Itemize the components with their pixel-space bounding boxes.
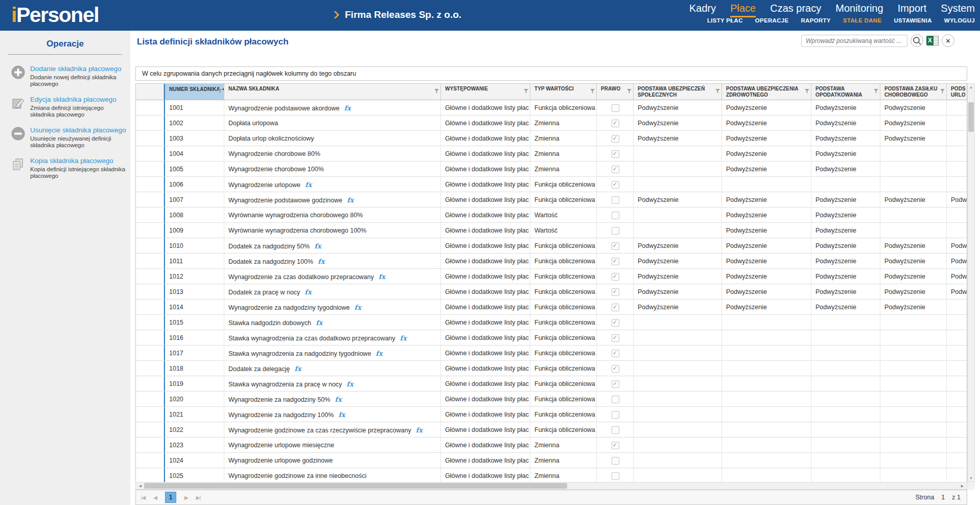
row-selector-cell[interactable] <box>136 192 164 207</box>
filter-icon[interactable] <box>940 89 945 94</box>
filter-icon[interactable] <box>805 89 809 94</box>
row-selector-cell[interactable] <box>136 131 164 146</box>
row-selector-cell[interactable] <box>136 208 164 222</box>
sidebar-item-dodanie[interactable]: Dodanie składnika płacowegoDodanie nowej… <box>0 61 130 91</box>
checkbox-checked[interactable] <box>612 258 619 265</box>
row-selector-cell[interactable] <box>136 392 164 406</box>
checkbox-unchecked[interactable] <box>612 196 619 204</box>
table-row[interactable]: 1015Stawka nadgodzin dobowychfxGłówne i … <box>136 315 967 330</box>
table-row[interactable]: 1012Wynagrodzenie za czas dodatkowo prze… <box>136 269 967 284</box>
row-selector-cell[interactable] <box>136 361 164 376</box>
row-selector-cell[interactable] <box>136 300 164 314</box>
checkbox-unchecked[interactable] <box>612 426 619 434</box>
table-row[interactable]: 1004Wynagrodzenie chorobowe 80%Główne i … <box>136 146 967 162</box>
checkbox-checked[interactable] <box>612 442 619 449</box>
excel-export-button[interactable]: X <box>926 36 939 45</box>
table-row[interactable]: 1006Wynagrodzenie urlopowefxGłówne i dod… <box>136 177 967 192</box>
sidebar-item-title[interactable]: Edycja składnika płacowego <box>30 96 126 103</box>
subnav-item-raporty[interactable]: RAPORTY <box>801 17 830 24</box>
filter-icon[interactable] <box>627 89 632 94</box>
table-row[interactable]: 1002Dopłata urlopowaGłówne i dodatkowe l… <box>136 116 967 131</box>
pagination-first-button[interactable]: |◀ <box>141 495 145 500</box>
filter-icon[interactable] <box>524 89 528 94</box>
table-row[interactable]: 1025Wynagrodzenie godzinowe za inne nieo… <box>136 468 967 483</box>
row-selector-cell[interactable] <box>136 238 164 253</box>
table-row[interactable]: 1010Dodatek za nadgodziny 50%fxGłówne i … <box>136 238 967 254</box>
table-row[interactable]: 1016Stawka wynagrodzenia za czas dodatko… <box>136 330 967 346</box>
checkbox-unchecked[interactable] <box>612 472 619 480</box>
table-row[interactable]: 1021Wynagrodzenie za nadgodziny 100%fxGł… <box>136 407 967 422</box>
pagination-next-button[interactable]: ▶ <box>184 495 188 500</box>
pagination-prev-button[interactable]: ◀ <box>153 495 157 500</box>
table-row[interactable]: 1011Dodatek za nadgodziny 100%fxGłówne i… <box>136 254 967 269</box>
scroll-down-icon[interactable]: ▼ <box>968 476 974 480</box>
row-selector-cell[interactable] <box>136 376 164 391</box>
search-button[interactable] <box>911 34 923 47</box>
horizontal-scrollbar-thumb[interactable] <box>144 483 567 489</box>
table-row[interactable]: 1008Wyrównanie wynagrodzenia chorobowego… <box>136 208 967 223</box>
checkbox-checked[interactable] <box>612 166 619 173</box>
sidebar-item-edycja[interactable]: Edycja składnika płacowegoZmiana definic… <box>0 91 130 122</box>
sidebar-item-title[interactable]: Kopia składnika płacowego <box>30 157 126 165</box>
search-input[interactable] <box>801 35 907 47</box>
table-row[interactable]: 1005Wynagrodzenie chorobowe 100%Główne i… <box>136 162 967 177</box>
table-row[interactable]: 1024Wynagrodzenie urlopowe godzinoweGłów… <box>136 453 967 468</box>
checkbox-checked[interactable] <box>612 181 619 189</box>
horizontal-scrollbar[interactable]: ◀ ▶ <box>135 482 967 490</box>
row-selector-cell[interactable] <box>136 269 164 284</box>
table-row[interactable]: 1023Wynagrodzenie urlopowe miesięczneGłó… <box>136 438 967 453</box>
column-header-podstawa-zasilku-chorobowego[interactable]: PODSTAWA ZASIŁKU CHOROBOWEGO <box>880 84 947 100</box>
pagination-last-button[interactable]: ▶| <box>196 495 200 500</box>
checkbox-unchecked[interactable] <box>612 396 619 403</box>
subnav-item-wyloguj[interactable]: WYLOGUJ <box>944 17 975 24</box>
row-selector-cell[interactable] <box>136 100 164 115</box>
table-row[interactable]: 1009Wyrównanie wynagrodzenia chorobowego… <box>136 223 967 238</box>
subnav-item-ustawienia[interactable]: USTAWIENIA <box>894 17 931 24</box>
column-header-nazwa-skladnika[interactable]: NAZWA SKŁADNIKA <box>224 84 441 100</box>
scroll-right-icon[interactable]: ▶ <box>959 484 966 488</box>
filter-icon[interactable] <box>434 89 439 94</box>
checkbox-checked[interactable] <box>612 365 619 373</box>
row-selector-cell[interactable] <box>136 162 164 176</box>
column-header-typ-wartosci[interactable]: TYP WARTOŚCI <box>530 84 597 100</box>
row-selector-cell[interactable] <box>136 315 164 330</box>
column-header-wystepowanie[interactable]: WYSTĘPOWANIE <box>441 84 530 100</box>
nav-item-system[interactable]: System <box>941 3 975 17</box>
checkbox-checked[interactable] <box>612 273 619 281</box>
table-row[interactable]: 1022Wynagrodzenie godzinowe za czas rzec… <box>136 422 967 438</box>
nav-item-czas-pracy[interactable]: Czas pracy <box>770 3 821 17</box>
sidebar-item-kopia[interactable]: Kopia składnika płacowegoKopia definicji… <box>0 153 130 183</box>
checkbox-checked[interactable] <box>612 319 619 327</box>
checkbox-checked[interactable] <box>612 120 619 127</box>
table-row[interactable]: 1018Dodatek za delegacjęfxGłówne i dodat… <box>136 361 967 376</box>
checkbox-unchecked[interactable] <box>612 212 619 219</box>
checkbox-checked[interactable] <box>612 150 619 158</box>
row-selector-cell[interactable] <box>136 422 164 437</box>
checkbox-checked[interactable] <box>612 304 619 311</box>
nav-item-monitoring[interactable]: Monitoring <box>835 3 883 17</box>
subnav-item-operacje[interactable]: OPERACJE <box>755 17 789 24</box>
subnav-item-stale-dane[interactable]: STAŁE DANE <box>843 17 882 24</box>
row-selector-cell[interactable] <box>136 438 164 452</box>
nav-item-place[interactable]: Płace <box>730 3 756 17</box>
checkbox-unchecked[interactable] <box>612 457 619 465</box>
row-selector-cell[interactable] <box>136 223 164 238</box>
filter-icon[interactable] <box>590 89 595 94</box>
subnav-item-listy-plac[interactable]: LISTY PŁAC <box>707 17 743 24</box>
sidebar-item-title[interactable]: Dodanie składnika płacowego <box>30 65 126 73</box>
sidebar-item-usuniecie[interactable]: Usunięcie składnika płacowegoUsunięcie n… <box>0 122 130 153</box>
table-row[interactable]: 1014Wynagrodzenie za nadgodziny tygodnio… <box>136 300 967 315</box>
checkbox-checked[interactable] <box>612 135 619 143</box>
checkbox-unchecked[interactable] <box>612 104 619 112</box>
filter-icon[interactable] <box>874 89 878 94</box>
column-header-numer-skladnika[interactable]: NUMER SKŁADNIKA▲ <box>164 84 224 100</box>
row-selector-cell[interactable] <box>136 453 164 468</box>
column-header-podstawa-ubezpieczenia-zdrowotnego[interactable]: PODSTAWA UBEZPIECZENIA ZDROWOTNEGO <box>722 84 811 100</box>
column-header-podstawa-ubezpieczen-spolecznych[interactable]: PODSTAWA UBEZPIECZEŃ SPOŁECZNYCH <box>634 84 722 100</box>
table-row[interactable]: 1001Wynagrodzenie podstawowe akordowefxG… <box>136 100 967 116</box>
table-row[interactable]: 1020Wynagrodzenie za nadgodziny 50%fxGłó… <box>136 392 967 407</box>
pagination-page-1[interactable]: 1 <box>165 492 176 503</box>
row-selector-cell[interactable] <box>136 284 164 299</box>
row-selector-cell[interactable] <box>136 330 164 345</box>
checkbox-checked[interactable] <box>612 288 619 296</box>
